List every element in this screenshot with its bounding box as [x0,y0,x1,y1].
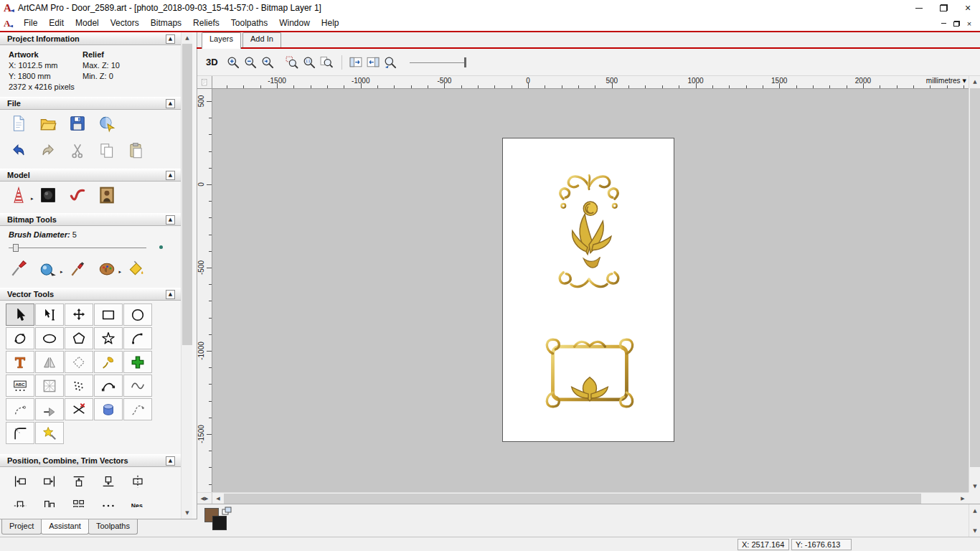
bottom-ornament-vector[interactable] [541,331,639,415]
create-rectangle-button[interactable] [94,303,123,326]
brush-diameter-slider[interactable] [9,242,181,253]
scroll-right-button[interactable]: ▶ [957,493,969,504]
file-collapse-button[interactable]: ▲ [166,99,175,108]
contrast-slider-track[interactable] [410,62,466,63]
door-artwork[interactable] [502,138,674,442]
text-block-button[interactable]: ABC [6,375,34,397]
menu-item-bitmaps[interactable]: Bitmaps [145,16,187,31]
panel-scroll-down-button[interactable]: ▼ [182,507,193,519]
menu-item-file[interactable]: File [18,16,43,31]
mitre-vectors-button[interactable] [35,351,64,373]
3d-view-button[interactable]: 3D [206,57,218,67]
nesting-button[interactable]: Nes [125,496,151,507]
tab-add-in[interactable]: Add In [242,32,281,47]
paint-selective-flyout-icon[interactable]: ▸ [60,269,63,275]
vertical-scroll-thumb[interactable] [970,88,980,467]
project-information-collapse-button[interactable]: ▲ [166,34,175,44]
greyscale-contrast-slider[interactable] [410,55,471,70]
model-canvas[interactable] [212,89,969,492]
panel-tab-toolpaths[interactable]: Toolpaths [88,519,138,534]
layer-strip-scrollbar[interactable]: ▲ ▼ [969,504,980,537]
horizontal-scroll-thumb[interactable] [224,494,921,504]
create-arc-button[interactable] [123,327,152,349]
create-diamond-button[interactable] [65,351,93,373]
fit-curve-button[interactable] [123,375,152,397]
model-collapse-button[interactable]: ▲ [166,171,175,180]
close-button[interactable]: × [963,18,976,29]
fillet-vectors-button[interactable] [6,422,34,444]
menu-item-window[interactable]: Window [273,16,316,31]
cut-button[interactable] [67,141,88,161]
paste-along-curve-button[interactable] [35,375,64,397]
adjust-lighting-button[interactable] [38,185,58,205]
horizontal-scrollbar[interactable]: ◀▶ ◀ ▶ [197,492,969,504]
create-ellipse-button[interactable] [35,327,64,349]
block-copy-button[interactable] [65,375,93,397]
set-model-size-flyout-icon[interactable]: ▸ [31,196,34,202]
top-ornament-vector[interactable] [547,169,631,299]
zoom-previous-button[interactable] [260,54,276,70]
create-circle-button[interactable] [123,303,152,326]
paste-array-button[interactable] [66,496,92,507]
spaced-copies-button[interactable] [95,496,121,507]
trim-vectors-button[interactable] [65,398,93,420]
align-top-button[interactable] [66,471,92,491]
flood-fill-button[interactable] [126,258,146,278]
arc-fit-button[interactable] [6,398,34,420]
toggle-panel-right-button[interactable] [365,54,382,70]
colour-palette-button[interactable] [97,258,117,278]
align-left-button[interactable] [7,471,33,491]
create-text-button[interactable] [6,351,34,373]
paint-brush-button[interactable] [9,258,29,278]
node-editing-button[interactable] [35,303,64,326]
menu-item-vectors[interactable]: Vectors [105,16,145,31]
draw-pencil-button[interactable] [67,258,88,278]
panel-tab-project[interactable]: Project [1,519,42,534]
extrude-vector-button[interactable] [94,398,123,420]
scroll-up-button[interactable]: ▲ [969,76,980,88]
paste-button[interactable] [126,141,146,161]
vector-doctor-button[interactable] [35,422,64,444]
minimize-button[interactable] [907,0,931,16]
align-right-button[interactable] [37,471,62,491]
align-h-centre-button[interactable] [7,496,33,507]
menu-item-reliefs[interactable]: Reliefs [187,16,225,31]
align-bottom-button[interactable] [95,471,121,491]
import-3d-model-button[interactable] [97,113,117,133]
undo-button[interactable] [9,141,29,161]
panel-scroll-up-button[interactable]: ▲ [182,32,193,44]
vector-paint-button[interactable] [94,351,123,373]
panel-tab-assistant[interactable]: Assistant [41,519,89,534]
close-button[interactable]: × [956,0,980,16]
position-combine-collapse-button[interactable]: ▲ [166,456,175,466]
menu-item-edit[interactable]: Edit [43,16,70,31]
redo-button[interactable] [38,141,58,161]
layer-scroll-down-button[interactable]: ▼ [969,526,980,536]
colour-palette-flyout-icon[interactable]: ▸ [119,269,122,275]
contrast-slider-handle[interactable] [464,57,466,67]
zoom-in-button[interactable] [225,54,242,70]
panel-scrollbar[interactable]: ▲ ▼ [181,32,192,519]
copy-button[interactable] [97,141,117,161]
zoom-selection-button[interactable] [382,54,399,70]
scroll-left-button[interactable]: ◀ [212,493,224,504]
layer-scroll-up-button[interactable]: ▲ [969,506,980,516]
menu-item-model[interactable]: Model [70,16,105,31]
zoom-window-button[interactable] [284,54,301,70]
vector-tools-collapse-button[interactable]: ▲ [166,290,175,299]
align-v-centre-button[interactable] [37,496,62,507]
scroll-down-button[interactable]: ▼ [969,481,980,492]
join-vectors-button[interactable] [35,398,64,420]
restore-button[interactable] [950,18,963,29]
polyline-fit-button[interactable] [94,375,123,397]
greyscale-from-relief-button[interactable] [67,185,88,205]
open-folder-button[interactable] [38,113,58,133]
create-star-button[interactable] [94,327,123,349]
toggle-panel-left-button[interactable] [348,54,364,70]
minimize-button[interactable] [937,18,950,29]
zoom-100-button[interactable]: 1:1 [301,54,318,70]
restore-button[interactable] [931,0,956,16]
load-reference-image-button[interactable] [97,185,117,205]
secondary-colour-swatch[interactable] [212,516,227,530]
pan-corner-button[interactable]: ◀▶ [197,493,212,504]
